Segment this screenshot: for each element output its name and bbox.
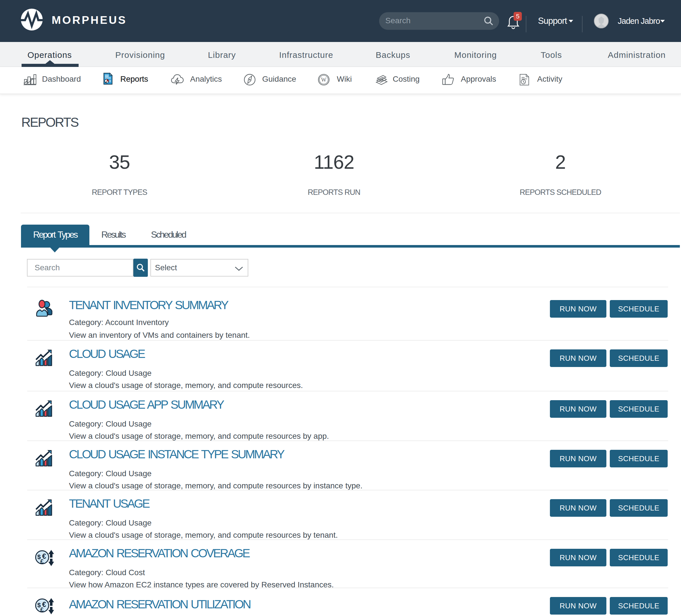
svg-text:W: W <box>321 77 327 83</box>
